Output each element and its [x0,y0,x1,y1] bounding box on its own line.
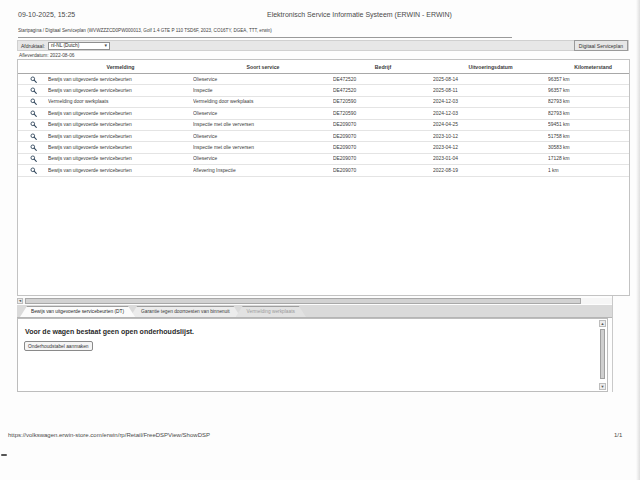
no-open-maintenance-message: Voor de wagen bestaat geen open onderhou… [25,328,194,335]
cell-vermelding: Bewijs van uitgevoerde servicebeurten [48,111,193,116]
horizontal-scroll-track[interactable] [23,298,613,304]
cell-kilometerstand: 96357 km [548,88,614,93]
cell-vermelding: Bewijs van uitgevoerde servicebeurten [48,122,193,127]
table-row: Bewijs van uitgevoerde servicebeurten Ol… [18,131,629,142]
magnifier-icon[interactable] [29,121,37,129]
row-icon-cell [18,166,48,174]
cell-bedrijf: DE720590 [333,111,433,116]
cell-uitvoeringsdatum: 2023-10-12 [433,134,548,139]
table-row: Bewijs van uitgevoerde servicebeurten Af… [18,165,629,176]
cell-soort-service: Olieservice [193,111,333,116]
print-language-label: Afdruktaal: [21,43,45,49]
tab-bewijs-servicebeurten[interactable]: Bewijs van uitgevoerde servicebeurten (D… [20,306,135,317]
page-title: Elektronisch Service Informatie Systeem … [267,11,452,18]
cell-kilometerstand: 30583 km [548,145,614,150]
cell-kilometerstand: 96357 km [548,77,614,82]
column-header-kilometerstand: Kilometerstand [548,64,614,70]
create-maintenance-table-button[interactable]: Onderhoudstabel aanmaken [24,341,93,351]
cell-vermelding: Bewijs van uitgevoerde servicebeurten [48,77,193,82]
digital-serviceplan-label: Digitaal Serviceplan [574,40,628,51]
cell-bedrijf: DE209070 [333,134,433,139]
table-row: Vermelding door werkplaats Vermelding do… [18,97,629,108]
print-language-value: nl-NL (Dutch) [51,43,79,48]
scroll-up-icon[interactable]: ▲ [599,320,606,327]
print-toolbar: Afdruktaal: nl-NL (Dutch) ▾ Digitaal Ser… [17,40,629,51]
horizontal-scrollbar: ◄ [17,298,613,304]
row-icon-cell [18,155,48,163]
cell-soort-service: Olieservice [193,134,333,139]
table-body: Bewijs van uitgevoerde servicebeurten Ol… [18,74,629,177]
cell-vermelding: Vermelding door werkplaats [48,99,193,104]
cell-vermelding: Bewijs van uitgevoerde servicebeurten [48,134,193,139]
cell-soort-service: Inspectie [193,88,333,93]
column-header-uitvoeringsdatum: Uitvoeringsdatum [433,64,548,70]
footer-url: https://volkswagen.erwin-store.com/erwin… [8,432,210,438]
cell-bedrijf: DE209070 [333,168,433,173]
cell-bedrijf: DE720590 [333,99,433,104]
cell-kilometerstand: 59451 km [548,122,614,127]
vertical-scroll-thumb[interactable] [600,329,605,379]
cell-bedrijf: DE209070 [333,156,433,161]
table-row: Bewijs van uitgevoerde servicebeurten In… [18,120,629,131]
chevron-down-icon: ▾ [104,43,107,48]
cell-uitvoeringsdatum: 2022-08-19 [433,168,548,173]
cell-kilometerstand: 82793 km [548,111,614,116]
vertical-scrollbar: ▲ ▼ [599,320,606,390]
scroll-down-icon[interactable]: ▼ [599,383,606,390]
cell-uitvoeringsdatum: 2023-04-12 [433,145,548,150]
cell-uitvoeringsdatum: 2025-08-14 [433,77,548,82]
maintenance-panel: Voor de wagen bestaat geen open onderhou… [17,318,608,392]
breadcrumb[interactable]: Startpagina / Digitaal Serviceplan (WVWZ… [18,28,512,38]
column-header-bedrijf: Bedrijf [333,64,433,70]
service-history-table: Vermelding Soort service Bedrijf Uitvoer… [17,59,630,296]
row-icon-cell [18,132,48,140]
magnifier-icon[interactable] [29,155,37,163]
cell-kilometerstand: 17128 km [548,156,614,161]
cell-bedrijf: DE472520 [333,77,433,82]
magnifier-icon[interactable] [29,98,37,106]
cell-uitvoeringsdatum: 2024-12-03 [433,111,548,116]
cell-soort-service: Aflevering Inspectie [193,168,333,173]
row-icon-cell [18,109,48,117]
horizontal-scroll-thumb[interactable] [25,298,581,304]
cell-bedrijf: DE472520 [333,88,433,93]
tab-strip: Bewijs van uitgevoerde servicebeurten (D… [17,305,613,318]
magnifier-icon[interactable] [29,144,37,152]
magnifier-icon[interactable] [29,132,37,140]
cell-vermelding: Bewijs van uitgevoerde servicebeurten [48,88,193,93]
cell-kilometerstand: 82793 km [548,99,614,104]
magnifier-icon[interactable] [29,109,37,117]
cell-vermelding: Bewijs van uitgevoerde servicebeurten [48,145,193,150]
row-icon-cell [18,98,48,106]
table-header-row: Vermelding Soort service Bedrijf Uitvoer… [18,60,629,74]
cell-bedrijf: DE209070 [333,122,433,127]
cell-soort-service: Vermelding door werkplaats [193,99,333,104]
print-language-select[interactable]: nl-NL (Dutch) ▾ [48,42,110,50]
frame-right-border [612,296,613,392]
cell-uitvoeringsdatum: 2023-01-04 [433,156,548,161]
tab-vermelding-werkplaats[interactable]: Vermelding werkplaats [236,306,306,317]
magnifier-icon[interactable] [29,87,37,95]
cell-bedrijf: DE209070 [333,145,433,150]
magnifier-icon[interactable] [29,75,37,83]
scan-artifact [1,454,7,456]
column-header-soort-service: Soort service [193,64,333,70]
table-row: Bewijs van uitgevoerde servicebeurten In… [18,85,629,96]
table-row: Bewijs van uitgevoerde servicebeurten Ol… [18,74,629,85]
print-datetime: 09-10-2025, 15:25 [18,11,75,18]
magnifier-icon[interactable] [29,166,37,174]
cell-kilometerstand: 51758 km [548,134,614,139]
cell-soort-service: Inspectie met olie verversen [193,122,333,127]
footer-page-number: 1/1 [614,432,622,438]
row-icon-cell [18,121,48,129]
row-icon-cell [18,87,48,95]
cell-vermelding: Bewijs van uitgevoerde servicebeurten [48,156,193,161]
cell-uitvoeringsdatum: 2025-08-11 [433,88,548,93]
cell-uitvoeringsdatum: 2024-04-25 [433,122,548,127]
cell-soort-service: Olieservice [193,77,333,82]
cell-vermelding: Bewijs van uitgevoerde servicebeurten [48,168,193,173]
delivery-date: Afleverdatum: 2022-08-06 [19,53,74,58]
cell-soort-service: Inspectie met olie verversen [193,145,333,150]
column-header-vermelding: Vermelding [48,64,193,70]
tab-garantie-doorroesten[interactable]: Garantie tegen doorroesten van binnenuit [130,306,241,317]
